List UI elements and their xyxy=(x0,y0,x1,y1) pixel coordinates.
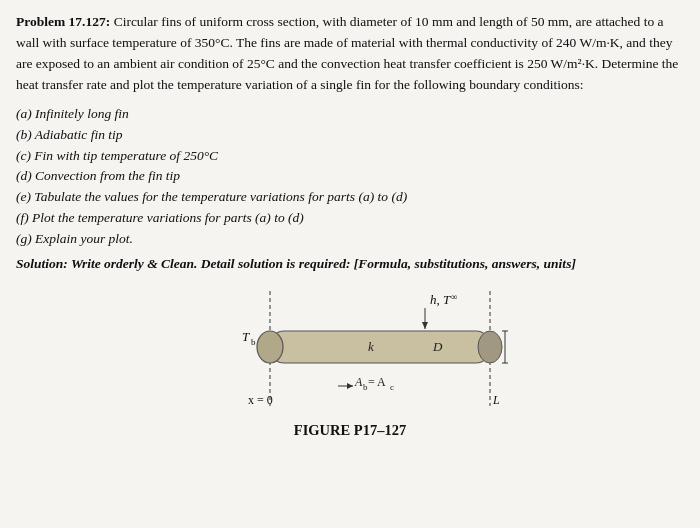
svg-text:x = 0: x = 0 xyxy=(248,393,273,407)
figure-area: h, T ∞ k D A b = A c T b x = 0 L xyxy=(16,286,684,439)
part-c: (c) Fin with tip temperature of 250°C xyxy=(16,146,684,167)
svg-text:c: c xyxy=(390,382,394,392)
svg-text:L: L xyxy=(492,393,500,407)
svg-text:D: D xyxy=(432,339,443,354)
svg-rect-2 xyxy=(270,331,490,363)
diagram-svg: h, T ∞ k D A b = A c T b x = 0 L xyxy=(180,286,520,416)
diagram-container: h, T ∞ k D A b = A c T b x = 0 L xyxy=(180,286,520,416)
svg-text:∞: ∞ xyxy=(451,292,457,302)
solution-line: Solution: Write orderly & Clean. Detail … xyxy=(16,256,684,272)
part-b: (b) Adiabatic fin tip xyxy=(16,125,684,146)
svg-text:b: b xyxy=(251,337,256,347)
problem-text: Problem 17.127: Circular fins of uniform… xyxy=(16,12,684,96)
svg-point-3 xyxy=(478,331,502,363)
svg-text:T: T xyxy=(242,329,250,344)
svg-text:k: k xyxy=(368,339,374,354)
part-e: (e) Tabulate the values for the temperat… xyxy=(16,187,684,208)
figure-caption: FIGURE P17–127 xyxy=(294,422,406,439)
problem-header: Problem 17.127: xyxy=(16,14,110,29)
svg-marker-16 xyxy=(347,383,353,389)
part-d: (d) Convection from the fin tip xyxy=(16,166,684,187)
part-g: (g) Explain your plot. xyxy=(16,229,684,250)
svg-point-4 xyxy=(257,331,283,363)
svg-text:A: A xyxy=(354,375,363,389)
problem-description: Circular fins of uniform cross section, … xyxy=(16,14,678,92)
svg-text:= A: = A xyxy=(368,375,386,389)
part-a: (a) Infinitely long fin xyxy=(16,104,684,125)
svg-marker-6 xyxy=(422,322,428,329)
problem-parts: (a) Infinitely long fin (b) Adiabatic fi… xyxy=(16,104,684,250)
part-f: (f) Plot the temperature variations for … xyxy=(16,208,684,229)
svg-text:h, T: h, T xyxy=(430,292,451,307)
